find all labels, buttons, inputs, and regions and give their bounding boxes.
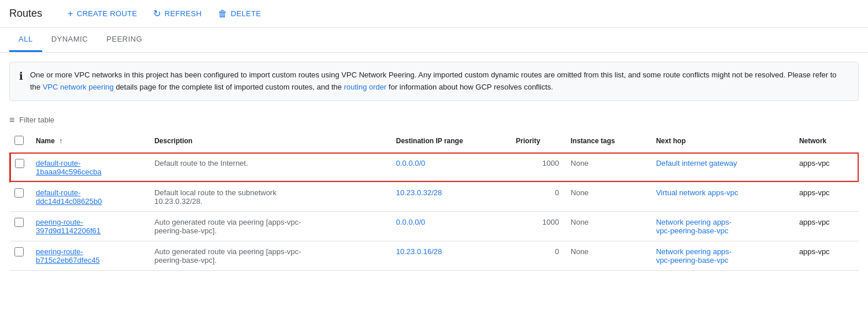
row3-instance-tags: None <box>566 211 652 241</box>
delete-label: DELETE <box>231 9 261 18</box>
row3-name-line1: peering-route- <box>36 218 83 226</box>
row4-nexthop-line2: vpc-peering-base-vpc <box>656 256 728 265</box>
row3-description: Auto generated route via peering [apps-v… <box>150 211 391 241</box>
table-row: peering-route- b715c2eb67dfec45 Auto gen… <box>10 241 859 270</box>
row2-name-line2: ddc14d14c08625b0 <box>36 197 102 206</box>
row3-checkbox[interactable] <box>14 218 24 227</box>
row1-name: default-route- 1baaa94c596cecba <box>31 152 150 182</box>
trash-icon: 🗑 <box>218 9 227 19</box>
refresh-icon: ↻ <box>153 8 161 19</box>
row1-description: Default route to the Internet. <box>150 152 391 182</box>
col-name-label: Name <box>36 137 55 145</box>
col-instance-tags-label: Instance tags <box>571 137 615 145</box>
tab-peering[interactable]: PEERING <box>97 28 152 52</box>
col-network: Network <box>795 130 859 153</box>
table-row: default-route- 1baaa94c596cecba Default … <box>10 152 859 182</box>
row2-priority: 0 <box>511 182 566 211</box>
col-network-label: Network <box>799 137 826 145</box>
row4-desc-line2: peering-base-vpc]. <box>154 256 217 265</box>
row2-name-line1: default-route- <box>36 188 80 197</box>
vpc-network-peering-link[interactable]: VPC network peering <box>43 83 114 91</box>
row2-name-link[interactable]: default-route- ddc14d14c08625b0 <box>36 188 102 206</box>
row2-checkbox[interactable] <box>14 188 24 198</box>
row3-name-line2: 397d9d1142206f61 <box>36 226 101 235</box>
header-checkbox-cell <box>10 130 31 153</box>
row4-priority: 0 <box>511 241 566 270</box>
info-banner: ℹ One or more VPC networks in this proje… <box>9 62 859 101</box>
row4-name-link[interactable]: peering-route- b715c2eb67dfec45 <box>36 247 100 265</box>
plus-icon: + <box>68 9 73 19</box>
row2-name: default-route- ddc14d14c08625b0 <box>31 182 150 211</box>
row3-nexthop-line2: vpc-peering-base-vpc <box>656 226 728 235</box>
row1-name-link[interactable]: default-route- 1baaa94c596cecba <box>36 159 102 176</box>
row3-network: apps-vpc <box>795 211 859 241</box>
row2-network: apps-vpc <box>795 182 859 211</box>
row4-name: peering-route- b715c2eb67dfec45 <box>31 241 150 270</box>
filter-row: ≡ Filter table <box>0 110 868 130</box>
row2-desc-line2: 10.23.0.32/28. <box>154 197 202 206</box>
col-name: Name ↑ <box>31 130 150 153</box>
col-destination-ip: Destination IP range <box>391 130 511 153</box>
row2-checkbox-cell <box>10 182 31 211</box>
row1-instance-tags: None <box>566 152 652 182</box>
banner-text: One or more VPC networks in this project… <box>30 69 849 94</box>
create-route-button[interactable]: + CREATE ROUTE <box>61 5 144 23</box>
row2-desc-line1: Default local route to the subnetwork <box>154 188 276 197</box>
filter-icon: ≡ <box>9 115 14 125</box>
row1-checkbox[interactable] <box>15 159 24 168</box>
select-all-checkbox[interactable] <box>14 136 24 145</box>
col-destination-ip-label: Destination IP range <box>396 137 463 145</box>
tab-dynamic[interactable]: DYNAMIC <box>42 28 97 52</box>
row2-next-hop: Virtual network apps-vpc <box>651 182 794 211</box>
table-row: peering-route- 397d9d1142206f61 Auto gen… <box>10 211 859 241</box>
banner-text-after: for information about how GCP resolves c… <box>386 83 553 91</box>
row1-next-hop: Default internet gateway <box>651 152 794 182</box>
refresh-label: REFRESH <box>165 9 202 18</box>
row3-name: peering-route- 397d9d1142206f61 <box>31 211 150 241</box>
info-icon: ℹ <box>19 70 23 83</box>
row4-nexthop-line1: Network peering apps- <box>656 247 732 256</box>
create-route-label: CREATE ROUTE <box>77 9 137 18</box>
col-description-label: Description <box>154 137 193 145</box>
table-row: default-route- ddc14d14c08625b0 Default … <box>10 182 859 211</box>
header-actions: + CREATE ROUTE ↻ REFRESH 🗑 DELETE <box>61 5 268 23</box>
header: Routes + CREATE ROUTE ↻ REFRESH 🗑 DELETE <box>0 0 868 28</box>
row3-checkbox-cell <box>10 211 31 241</box>
col-priority-label: Priority <box>516 137 540 145</box>
table-header: Name ↑ Description Destination IP range … <box>10 130 859 153</box>
tab-all[interactable]: ALL <box>9 28 42 52</box>
row4-desc-line1: Auto generated route via peering [apps-v… <box>154 247 301 256</box>
row3-destination-ip: 0.0.0.0/0 <box>391 211 511 241</box>
col-description: Description <box>150 130 391 153</box>
row1-checkbox-cell <box>10 152 31 182</box>
row4-network: apps-vpc <box>795 241 859 270</box>
routing-order-link[interactable]: routing order <box>344 83 387 91</box>
row3-nexthop-line1: Network peering apps- <box>656 218 732 226</box>
row4-checkbox-cell <box>10 241 31 270</box>
col-next-hop: Next hop <box>651 130 794 153</box>
row1-name-line1: default-route- <box>36 159 80 168</box>
row2-destination-ip: 10.23.0.32/28 <box>391 182 511 211</box>
delete-button[interactable]: 🗑 DELETE <box>211 5 268 23</box>
col-next-hop-label: Next hop <box>656 137 685 145</box>
row3-priority: 1000 <box>511 211 566 241</box>
row4-destination-ip: 10.23.0.16/28 <box>391 241 511 270</box>
row4-checkbox[interactable] <box>14 247 24 256</box>
row1-priority: 1000 <box>511 152 566 182</box>
refresh-button[interactable]: ↻ REFRESH <box>146 5 209 23</box>
row1-destination-ip: 0.0.0.0/0 <box>391 152 511 182</box>
col-instance-tags: Instance tags <box>566 130 652 153</box>
banner-text-between: details page for the complete list of im… <box>114 83 344 91</box>
row3-name-link[interactable]: peering-route- 397d9d1142206f61 <box>36 218 101 235</box>
row4-name-line1: peering-route- <box>36 247 83 256</box>
row1-network: apps-vpc <box>795 152 859 182</box>
sort-asc-icon[interactable]: ↑ <box>59 137 62 145</box>
row1-name-line2: 1baaa94c596cecba <box>36 168 102 176</box>
routes-table: Name ↑ Description Destination IP range … <box>9 130 859 271</box>
row3-next-hop: Network peering apps- vpc-peering-base-v… <box>651 211 794 241</box>
routes-table-container: Name ↑ Description Destination IP range … <box>0 130 868 271</box>
row3-desc-line2: peering-base-vpc]. <box>154 226 217 235</box>
page-title: Routes <box>9 8 42 20</box>
filter-placeholder[interactable]: Filter table <box>19 116 54 124</box>
row4-description: Auto generated route via peering [apps-v… <box>150 241 391 270</box>
